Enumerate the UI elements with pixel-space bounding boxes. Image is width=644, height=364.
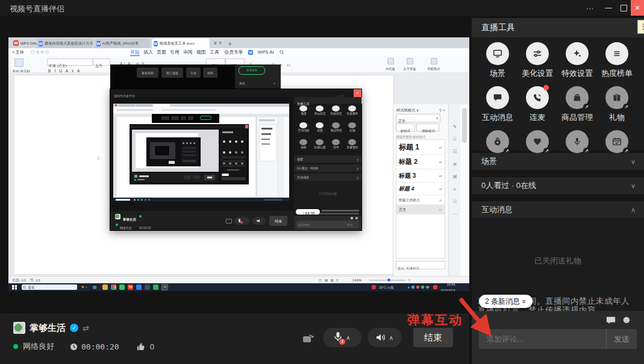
styles-panel: 样式和格式 ∨ ⚲ × 正文 ∨ 新样式 清除格式 请选择要应用的格式 标题 1…	[393, 104, 449, 276]
copilot-sparkle-icon: ✦✧	[81, 284, 88, 290]
styles-hint: 请选择要应用的格式	[396, 135, 426, 139]
font-select: 宋体 (正文)	[47, 58, 93, 66]
inner-duration: 00:00:20	[139, 226, 151, 229]
source-button: 画布	[203, 67, 217, 78]
section-viewers[interactable]: 0人看过 · 0在线 ∨	[472, 177, 644, 194]
inner-comment-input: 添加评论... 发送	[296, 221, 359, 228]
lottery-icon: ↗	[486, 130, 509, 153]
drag-handle-icon: ⁞⁞	[98, 155, 99, 161]
playlist-icon: ↗	[566, 130, 589, 153]
font-size-select: 五号	[93, 58, 110, 66]
source-button: 文本	[186, 67, 201, 78]
style-item: 标题 4↵	[396, 183, 445, 195]
scrollbar-thumb[interactable]	[462, 108, 467, 143]
style-item: 整篇文档格式⊿	[396, 195, 445, 205]
clock-icon	[70, 343, 78, 351]
send-button[interactable]: 发送	[607, 334, 637, 345]
mini-taskbar	[113, 198, 289, 201]
tool-messages[interactable]: 互动消息	[478, 86, 517, 123]
external-link-icon: ↗	[623, 104, 630, 110]
styles-filter: 显示: 可用样式	[396, 261, 445, 269]
inner-close-button: ×	[354, 89, 361, 97]
quick-access-icons: ▢ ⟲ ⟳ ⎙	[31, 50, 49, 54]
likes-count: 0	[150, 342, 154, 351]
windows-taskbar: 搜索 ✦✧ ▤ W M 25°C 小雨 ∧ 中	[8, 283, 469, 291]
inner-messages-bar: 互动消息∧	[294, 174, 361, 181]
comment-bubble-icon[interactable]	[605, 316, 616, 325]
style-item: 标题 2↵	[396, 155, 445, 169]
paste-icon	[14, 58, 23, 67]
document-scrollbar[interactable]	[460, 104, 469, 276]
switch-account-icon[interactable]: ⇄	[83, 324, 89, 333]
style-item: 标题 3↵	[396, 169, 445, 183]
bottom-status-bar: 掌够生活 ✓ ⇄ 网络良好 00:00:20 0 ! ∧ ∧ 结束	[0, 313, 469, 364]
start-button-icon	[12, 285, 17, 290]
inner-end-button: 结束	[269, 216, 287, 226]
speaker-icon	[376, 333, 386, 342]
emoji-icon[interactable]: ☻	[621, 314, 632, 326]
camera-flip-icon[interactable]	[302, 333, 315, 345]
stream-preview-canvas[interactable]: W WPS Office W媒体内容模式及创意设计方式—1 WAI资产报表_08…	[8, 37, 469, 291]
maximize-button[interactable]	[617, 0, 630, 16]
gift-closed-notice: 已关闭送礼物	[472, 218, 644, 266]
stream-duration: 00:00:20	[81, 342, 119, 351]
wps-tab-bar: W WPS Office W媒体内容模式及创意设计方式—1 WAI资产报表_08…	[8, 37, 469, 48]
live-assistant-window: 视频号直播伴侣 ··· — × 关闭 W WPS Office W媒体内容模式及…	[0, 0, 644, 364]
chevron-up-icon: ∧	[346, 334, 350, 341]
chevron-down-icon: ∨	[631, 182, 636, 190]
inner-tool-cell: 歌单	[328, 139, 344, 154]
system-tray: 25°C 小雨 ∧ 中 15:46 2025/3/19	[372, 281, 467, 292]
ime-indicator: 中	[426, 286, 430, 289]
search-icon	[23, 286, 27, 289]
wps-side-toolbar: ✎⌸☷≋⌘⍟☉⋯	[448, 104, 461, 276]
wps-file-menu: ≡ 文件	[12, 50, 24, 54]
thumbs-up-icon[interactable]	[136, 342, 145, 351]
inner-tool-cell: 互动消息	[295, 122, 311, 137]
search-icon	[280, 50, 284, 55]
tool-products[interactable]: ↗ 商品管理	[557, 86, 597, 123]
microphone-icon: !	[334, 331, 342, 344]
status-row: 网络良好 00:00:20 0	[13, 342, 154, 351]
tool-effects[interactable]: 特效设置	[557, 42, 597, 79]
wps-ai-logo: W	[248, 50, 253, 55]
tool-scene[interactable]: 场景	[478, 42, 517, 79]
ribbon-group: AI排版	[382, 58, 399, 72]
wps-logo: W	[13, 40, 19, 46]
side-toolbar-icons: ✎⌸☷≋⌘⍟☉⋯	[450, 121, 460, 221]
inner-title-bar: 视频号直播伴侣 ··· ─ ▢ ×	[110, 89, 361, 97]
inner-tool-cell: 礼物心愿	[311, 139, 328, 154]
microphone-button[interactable]: ! ∧	[323, 328, 361, 347]
more-menu-button[interactable]: ···	[580, 0, 599, 16]
inner-tool-cell: 热度榜单	[344, 105, 360, 120]
tool-gift[interactable]: ↗ 礼物	[597, 86, 637, 123]
ranking-icon	[605, 42, 628, 65]
tool-co-mic[interactable]: 连麦	[517, 86, 557, 123]
scene-icon	[486, 42, 509, 65]
inner-tool-cell: 特效设置	[328, 105, 344, 120]
section-messages[interactable]: 互动消息 ∧	[472, 201, 644, 218]
inner-new-messages-pill: 2 条新消息	[296, 209, 320, 215]
inner-tool-cell: 场景	[295, 105, 311, 120]
inner-mic-pill	[234, 217, 249, 225]
inner-tool-cell: 商品管理	[328, 122, 344, 137]
third-level-window	[130, 125, 248, 184]
clock-date: 15:46 2025/3/19	[440, 281, 467, 292]
inner-tool-cell: 连麦	[311, 122, 328, 137]
task-view-icon: ▤	[93, 285, 97, 290]
styles-list: 标题 1↵ 标题 2↵ 标题 3↵ 标题 4↵ 整篇文档格式⊿ 正文↵	[396, 139, 445, 259]
wps-menu-bar: ≡ 文件 ▢ ⟲ ⟳ ⎙ 开始 插入 页面 引用 审阅 视图 工具 会员专享 W…	[8, 48, 469, 56]
new-style-button: 新样式	[396, 124, 415, 131]
close-button[interactable]: ×	[631, 0, 644, 16]
inner-preview	[113, 104, 289, 201]
mini-source-toolbar	[152, 114, 219, 123]
streamer-name: 掌够生活	[30, 322, 66, 334]
messages-icon	[486, 86, 509, 109]
tool-ranking[interactable]: 热度榜单	[597, 42, 637, 79]
speaker-button[interactable]: ∧	[367, 328, 402, 347]
tool-beauty-settings[interactable]: 美化设置	[517, 42, 557, 79]
source-button: 窗口捕捉	[161, 67, 183, 78]
mini-icon-strip	[278, 117, 284, 196]
chevron-up-icon: ∧	[389, 334, 393, 341]
section-scene[interactable]: 场景 ∨	[472, 153, 644, 170]
minimize-button[interactable]: —	[601, 0, 616, 16]
